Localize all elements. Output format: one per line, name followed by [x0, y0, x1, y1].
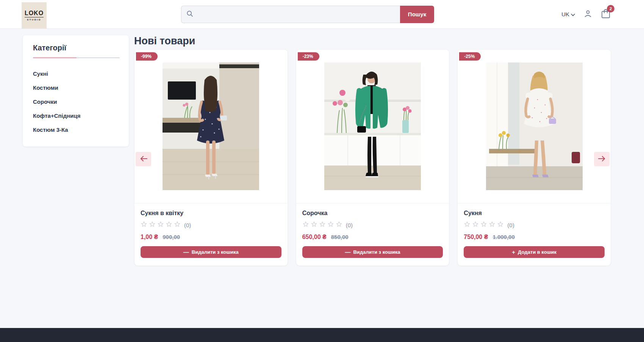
page-title: Нові товари — [134, 35, 611, 47]
category-list: Сукні Костюми Сорочки Кофта+Спідниця Кос… — [33, 67, 120, 137]
search-icon — [186, 10, 194, 19]
star-icon — [472, 221, 479, 229]
star-icon — [489, 221, 496, 229]
plus-icon: + — [512, 249, 515, 255]
star-icon — [464, 221, 470, 229]
star-icon — [480, 221, 487, 229]
content: Нові товари -99% — [134, 35, 611, 266]
product-media: -23% — [296, 50, 449, 203]
sidebar-item-sorochky[interactable]: Сорочки — [33, 95, 120, 109]
header: LOKO STUDIO Пошук UK 2 — [0, 0, 644, 29]
logo-text: LOKO — [25, 10, 44, 17]
main-area: Категорії Сукні Костюми Сорочки Кофта+Сп… — [0, 29, 644, 328]
header-actions: UK 2 — [561, 8, 611, 20]
old-price: 1.000,00 — [492, 234, 514, 240]
search-box[interactable] — [181, 6, 400, 23]
sidebar-item-sukni[interactable]: Сукні — [33, 67, 120, 81]
product-info: Сукня (0) 750,00 ₴ 1.000,00 — [458, 203, 611, 265]
search-button[interactable]: Пошук — [400, 6, 434, 23]
user-icon — [583, 9, 592, 19]
discount-badge: -23% — [298, 52, 319, 61]
product-card: -23% — [296, 49, 450, 266]
product-media: -25% — [458, 50, 611, 203]
star-icon — [149, 221, 156, 229]
product-image[interactable] — [163, 62, 259, 190]
cta-label: Додати в кошик — [518, 249, 556, 255]
minus-icon: — — [183, 249, 189, 255]
cart-count-badge: 2 — [607, 5, 614, 12]
sidebar-title: Категорії — [33, 44, 120, 52]
cta-label: Видалити з кошика — [353, 249, 400, 255]
product-info: Сорочка (0) 650,00 ₴ 850,00 — [296, 203, 449, 265]
discount-badge: -25% — [459, 52, 481, 61]
new-products-carousel: -99% — [134, 49, 611, 266]
price-row: 1,00 ₴ 900,00 — [141, 234, 281, 240]
account-button[interactable] — [583, 9, 592, 19]
product-image[interactable] — [486, 62, 583, 190]
arrow-left-icon — [139, 156, 148, 163]
star-icon — [327, 221, 334, 229]
star-icon — [166, 221, 172, 229]
old-price: 900,00 — [163, 234, 180, 240]
chevron-down-icon — [571, 11, 575, 17]
rating-count: (0) — [184, 222, 191, 228]
add-to-cart-button[interactable]: + Додати в кошик — [464, 246, 605, 258]
carousel-prev-button[interactable] — [136, 152, 151, 166]
product-image[interactable] — [324, 62, 421, 190]
star-icon — [174, 221, 181, 229]
current-price: 750,00 ₴ — [464, 234, 488, 240]
rating-count: (0) — [507, 222, 514, 228]
logo[interactable]: LOKO STUDIO — [22, 2, 47, 29]
product-rating: (0) — [141, 221, 281, 229]
remove-from-cart-button[interactable]: — Видалити з кошика — [141, 246, 281, 258]
sidebar-item-kostium-3ka[interactable]: Костюм 3-Ка — [33, 123, 120, 137]
carousel-next-button[interactable] — [594, 152, 610, 166]
star-icon — [336, 221, 342, 229]
cart-button[interactable]: 2 — [601, 8, 611, 20]
sidebar-item-kostiumy[interactable]: Костюми — [33, 81, 120, 95]
sidebar-item-kofta-spidnytsia[interactable]: Кофта+Спідниця — [33, 109, 120, 123]
price-row: 650,00 ₴ 850,00 — [302, 234, 443, 240]
product-name[interactable]: Сорочка — [302, 210, 443, 217]
language-selector[interactable]: UK — [561, 11, 575, 17]
star-icon — [302, 221, 309, 229]
current-price: 650,00 ₴ — [302, 234, 327, 240]
product-grid: -99% — [134, 49, 611, 266]
arrow-right-icon — [598, 156, 606, 163]
categories-sidebar: Категорії Сукні Костюми Сорочки Кофта+Сп… — [23, 35, 129, 147]
star-icon — [157, 221, 164, 229]
discount-badge: -99% — [136, 52, 158, 61]
product-rating: (0) — [464, 221, 605, 229]
product-info: Сукня в квітку (0) 1,00 ₴ 900,00 — [134, 203, 288, 265]
product-media: -99% — [134, 50, 288, 203]
sidebar-divider — [33, 57, 120, 58]
product-name[interactable]: Сукня в квітку — [141, 210, 281, 217]
minus-icon: — — [345, 249, 350, 255]
rating-count: (0) — [346, 222, 353, 228]
price-row: 750,00 ₴ 1.000,00 — [464, 234, 605, 240]
product-rating: (0) — [302, 221, 443, 229]
product-card: -99% — [134, 49, 288, 266]
search-input[interactable] — [197, 11, 395, 17]
old-price: 850,00 — [331, 234, 349, 240]
product-name[interactable]: Сукня — [464, 210, 605, 217]
language-label: UK — [561, 11, 569, 17]
remove-from-cart-button[interactable]: — Видалити з кошика — [302, 246, 443, 258]
product-card: -25% — [457, 49, 611, 266]
star-icon — [141, 221, 147, 229]
star-icon — [497, 221, 504, 229]
current-price: 1,00 ₴ — [141, 234, 158, 240]
star-icon — [311, 221, 317, 229]
footer — [0, 328, 644, 342]
logo-subtext: STUDIO — [27, 19, 41, 21]
cta-label: Видалити з кошика — [192, 249, 239, 255]
star-icon — [319, 221, 326, 229]
search-bar: Пошук — [181, 6, 434, 23]
